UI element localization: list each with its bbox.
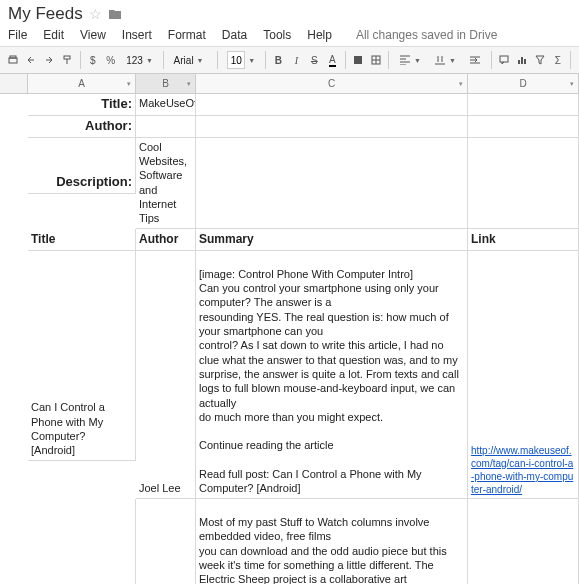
row-link[interactable]: http://www.makeuseof.com/tag/electric-sh… — [468, 499, 579, 584]
header-link[interactable]: Link — [468, 229, 579, 251]
chevron-down-icon: ▼ — [248, 57, 255, 64]
undo-button[interactable] — [24, 50, 39, 70]
doc-title[interactable]: My Feeds — [8, 4, 83, 24]
meta-desc-label[interactable]: Description: — [28, 138, 136, 194]
col-header-b[interactable]: B▾ — [136, 74, 196, 93]
toolbar-separator — [345, 51, 346, 69]
chevron-down-icon: ▾ — [459, 80, 463, 88]
title-bar: My Feeds ☆ — [0, 0, 579, 26]
toolbar-separator — [265, 51, 266, 69]
svg-rect-0 — [9, 58, 17, 63]
chevron-down-icon: ▼ — [449, 57, 456, 64]
row-summary[interactable]: [image: Control Phone With Computer Intr… — [196, 251, 468, 499]
bold-button[interactable]: B — [271, 50, 286, 70]
strike-button[interactable]: S — [307, 50, 322, 70]
chevron-down-icon: ▾ — [570, 80, 574, 88]
header-author[interactable]: Author — [136, 229, 196, 251]
menu-help[interactable]: Help — [307, 28, 332, 42]
cell[interactable] — [468, 116, 579, 138]
chevron-down-icon: ▾ — [127, 80, 131, 88]
menu-edit[interactable]: Edit — [43, 28, 64, 42]
svg-rect-6 — [518, 60, 520, 64]
paint-format-button[interactable] — [60, 50, 75, 70]
font-label: Arial — [174, 55, 194, 66]
header-summary[interactable]: Summary — [196, 229, 468, 251]
header-title[interactable]: Title — [28, 229, 136, 251]
link-anchor[interactable]: http://www.makeuseof.com/tag/can-i-contr… — [471, 444, 575, 496]
toolbar: $ % 123▼ Arial▼ ▼ B I S A ▼ ▼ Σ — [0, 46, 579, 74]
menu-file[interactable]: File — [8, 28, 27, 42]
cell[interactable] — [468, 138, 579, 229]
spreadsheet-grid[interactable]: Title: MakeUseOf Author: Description: Co… — [28, 94, 579, 584]
col-header-d[interactable]: D▾ — [468, 74, 579, 93]
svg-rect-2 — [64, 56, 70, 59]
cell[interactable] — [196, 138, 468, 229]
toolbar-separator — [491, 51, 492, 69]
chevron-down-icon: ▼ — [414, 57, 421, 64]
svg-rect-8 — [524, 59, 526, 64]
wrap-dropdown[interactable] — [464, 50, 486, 70]
menu-bar: File Edit View Insert Format Data Tools … — [0, 26, 579, 46]
toolbar-separator — [217, 51, 218, 69]
toolbar-separator — [570, 51, 571, 69]
star-icon[interactable]: ☆ — [89, 6, 102, 22]
toolbar-separator — [388, 51, 389, 69]
print-button[interactable] — [6, 50, 21, 70]
row-summary[interactable]: Most of my past Stuff to Watch columns i… — [196, 499, 468, 584]
text-color-button[interactable]: A — [325, 50, 340, 70]
folder-icon[interactable] — [108, 8, 122, 20]
row-author[interactable]: Joel Lee — [136, 251, 196, 499]
insert-chart-button[interactable] — [514, 50, 529, 70]
meta-author-label[interactable]: Author: — [28, 116, 136, 138]
cell[interactable] — [196, 116, 468, 138]
chevron-down-icon: ▾ — [187, 80, 191, 88]
format-number-dropdown[interactable]: 123▼ — [121, 50, 158, 70]
number-format-label: 123 — [126, 55, 143, 66]
chevron-down-icon: ▼ — [146, 57, 153, 64]
col-header-c[interactable]: C▾ — [196, 74, 468, 93]
format-currency-button[interactable]: $ — [85, 50, 100, 70]
cell[interactable] — [468, 94, 579, 116]
col-header-a[interactable]: A▾ — [28, 74, 136, 93]
row-author[interactable]: Tim Brookes — [136, 499, 196, 584]
save-status: All changes saved in Drive — [356, 28, 497, 42]
filter-button[interactable] — [532, 50, 547, 70]
functions-button[interactable]: Σ — [550, 50, 565, 70]
svg-rect-7 — [521, 57, 523, 64]
font-dropdown[interactable]: Arial▼ — [169, 50, 212, 70]
meta-desc-value[interactable]: Cool Websites, Software and Internet Tip… — [136, 138, 196, 229]
toolbar-separator — [163, 51, 164, 69]
row-title[interactable]: Electric Sheep – An Evolving Psychedelic… — [28, 499, 136, 584]
fill-color-button[interactable] — [350, 50, 365, 70]
insert-comment-button[interactable] — [497, 50, 512, 70]
select-all-corner[interactable] — [0, 74, 28, 93]
row-link[interactable]: http://www.makeuseof.com/tag/can-i-contr… — [468, 251, 579, 499]
svg-rect-1 — [10, 56, 16, 58]
column-headers: A▾ B▾ C▾ D▾ — [0, 74, 579, 94]
toolbar-separator — [80, 51, 81, 69]
svg-rect-5 — [500, 56, 508, 62]
meta-title-value[interactable]: MakeUseOf — [136, 94, 196, 116]
meta-author-value[interactable] — [136, 116, 196, 138]
valign-dropdown[interactable]: ▼ — [429, 50, 461, 70]
cell[interactable] — [196, 94, 468, 116]
menu-view[interactable]: View — [80, 28, 106, 42]
redo-button[interactable] — [42, 50, 57, 70]
format-percent-button[interactable]: % — [103, 50, 118, 70]
italic-button[interactable]: I — [289, 50, 304, 70]
font-size-input[interactable] — [227, 51, 245, 69]
row-title[interactable]: Can I Control a Phone with My Computer? … — [28, 251, 136, 461]
borders-button[interactable] — [368, 50, 383, 70]
menu-data[interactable]: Data — [222, 28, 247, 42]
menu-format[interactable]: Format — [168, 28, 206, 42]
meta-title-label[interactable]: Title: — [28, 94, 136, 116]
chevron-down-icon: ▼ — [197, 57, 204, 64]
svg-rect-3 — [354, 56, 362, 64]
align-dropdown[interactable]: ▼ — [394, 50, 426, 70]
font-size-dropdown[interactable]: ▼ — [222, 50, 260, 70]
menu-tools[interactable]: Tools — [263, 28, 291, 42]
menu-insert[interactable]: Insert — [122, 28, 152, 42]
